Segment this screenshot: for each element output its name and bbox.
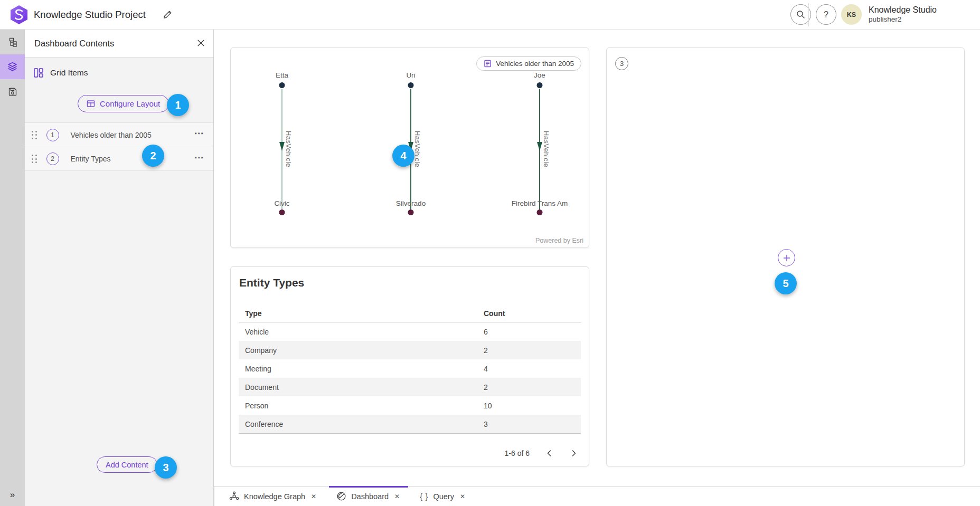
rail-item-data-model[interactable] (0, 30, 25, 54)
header-divider (808, 3, 809, 26)
add-widget-button[interactable] (778, 249, 795, 266)
callout-badge-3: 3 (155, 456, 177, 479)
node-label: Joe (497, 71, 582, 79)
table-row[interactable]: Meeting 4 (239, 359, 581, 378)
item-number-badge: 2 (46, 152, 59, 165)
help-icon: ? (824, 10, 828, 20)
expand-rail-button[interactable]: » (0, 487, 25, 503)
table-row[interactable]: Document 2 (239, 378, 581, 396)
edit-title-button[interactable] (162, 9, 173, 21)
tab-dashboard[interactable]: Dashboard ✕ (327, 486, 410, 506)
app-root: Knowledge Studio Project ? KS Knowledge … (0, 0, 980, 506)
close-tab-button[interactable]: ✕ (393, 492, 401, 501)
grid-slot-number: 3 (615, 57, 628, 70)
cell-type: Vehicle (245, 328, 269, 336)
sidebar-rail: » (0, 30, 25, 506)
callout-badge-2: 2 (142, 145, 164, 167)
grid-item-list: 1 Vehicles older than 2005 ⋯ 2 Entity Ty… (25, 122, 213, 171)
widget-title: Entity Types (239, 276, 304, 289)
configure-layout-button[interactable]: Configure Layout (78, 95, 169, 112)
grid-item-label: Entity Types (71, 155, 195, 163)
table-pagination: 1-6 of 6 (505, 443, 579, 464)
close-icon (197, 39, 205, 47)
item-options-button[interactable]: ⋯ (194, 152, 213, 166)
close-icon: ✕ (394, 493, 400, 500)
node-label: Silverado (369, 199, 453, 207)
panel-title: Dashboard Contents (34, 30, 114, 58)
edge-label: HasVehicle (413, 131, 421, 167)
item-number-badge: 1 (46, 129, 59, 141)
empty-grid-panel: 3 (606, 47, 965, 466)
cell-type: Conference (245, 420, 283, 428)
tab-query[interactable]: { } Query ✕ (410, 486, 476, 506)
table-header-row: Type Count (239, 305, 581, 322)
dashboard-gauge-icon (336, 491, 346, 501)
chevron-left-icon (545, 449, 553, 457)
plus-icon (783, 254, 790, 262)
chevron-right-icon (570, 449, 578, 457)
ellipsis-icon: ⋯ (194, 152, 204, 163)
close-panel-button[interactable] (194, 37, 207, 50)
item-options-button[interactable]: ⋯ (194, 128, 213, 142)
cell-count: 6 (484, 328, 488, 336)
previous-page-button[interactable] (544, 448, 554, 459)
edge-arrow-icon (537, 142, 542, 151)
graph-edge-column: Joe HasVehicle Firebird Trans Am (497, 48, 582, 247)
cell-type: Company (245, 346, 277, 355)
cell-count: 3 (484, 420, 488, 428)
grid-items-icon (33, 68, 44, 78)
app-logo-icon (8, 4, 30, 25)
edge-label: HasVehicle (542, 131, 550, 167)
column-header-type: Type (245, 309, 262, 318)
tab-knowledge-graph[interactable]: Knowledge Graph ✕ (220, 486, 327, 506)
next-page-button[interactable] (569, 448, 579, 459)
graph-node[interactable] (537, 82, 543, 88)
close-tab-button[interactable]: ✕ (310, 492, 317, 501)
drag-handle-icon[interactable] (32, 131, 37, 139)
node-label: Etta (240, 71, 324, 79)
page-title: Knowledge Studio Project (34, 0, 146, 30)
graph-node[interactable] (408, 82, 414, 88)
graph-node[interactable] (537, 209, 543, 215)
grid-items-section: Grid Items (33, 68, 88, 78)
edge-arrow-icon (279, 142, 285, 151)
esri-attribution: Powered by Esri (531, 236, 588, 245)
cell-type: Meeting (245, 365, 271, 373)
graph-node[interactable] (408, 209, 414, 215)
rail-item-dashboard-layers[interactable] (0, 54, 25, 79)
rail-item-save[interactable] (0, 79, 25, 104)
grid-layout-icon (87, 100, 95, 108)
graph-node[interactable] (279, 209, 285, 215)
add-content-button[interactable]: Add Content (97, 456, 157, 473)
callout-badge-5: 5 (775, 272, 797, 294)
report-icon (484, 60, 492, 68)
grid-item-label: Vehicles older than 2005 (71, 131, 195, 139)
drag-handle-icon[interactable] (32, 155, 37, 163)
cell-count: 2 (484, 346, 488, 355)
save-icon (8, 87, 17, 97)
table-row[interactable]: Company 2 (239, 341, 581, 359)
callout-badge-1: 1 (167, 94, 189, 116)
graph-node[interactable] (279, 82, 285, 88)
grid-item-row-2[interactable]: 2 Entity Types ⋯ (25, 147, 213, 171)
grid-item-row-1[interactable]: 1 Vehicles older than 2005 ⋯ (25, 122, 213, 147)
cell-type: Document (245, 383, 279, 392)
help-button[interactable]: ? (816, 4, 836, 25)
knowledge-graph-icon (229, 491, 239, 501)
close-icon: ✕ (460, 493, 465, 500)
table-row[interactable]: Person 10 (239, 396, 581, 415)
pencil-icon (163, 9, 173, 20)
close-tab-button[interactable]: ✕ (459, 492, 466, 501)
callout-badge-4: 4 (392, 145, 414, 167)
double-chevron-right-icon: » (10, 490, 15, 500)
pagination-label: 1-6 of 6 (505, 449, 530, 457)
table-row[interactable]: Conference 3 (239, 415, 581, 433)
configure-layout-label: Configure Layout (100, 99, 160, 108)
account-info: Knowledge Studio publisher2 (869, 5, 937, 24)
entity-types-table: Type Count Vehicle 6 Company 2 Meeting 4… (239, 305, 581, 434)
table-row[interactable]: Vehicle 6 (239, 322, 581, 341)
node-label: Civic (240, 199, 324, 207)
org-chart-icon (8, 37, 17, 47)
tab-label: Knowledge Graph (244, 492, 305, 501)
avatar[interactable]: KS (841, 4, 862, 25)
